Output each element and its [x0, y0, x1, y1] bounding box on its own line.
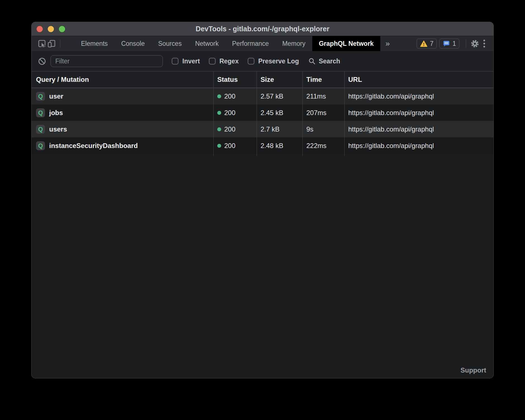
regex-checkbox[interactable]: [209, 58, 216, 65]
url-value: https://gitlab.com/api/graphql: [344, 92, 493, 100]
filter-input[interactable]: [51, 55, 163, 67]
warnings-badge-button[interactable]: 7: [417, 39, 437, 49]
issues-count: 1: [452, 40, 456, 47]
column-divider: [302, 71, 303, 156]
query-name: user: [49, 92, 63, 100]
url-value: https://gitlab.com/api/graphql: [344, 125, 493, 133]
message-bubble-icon: [443, 40, 450, 47]
query-type-badge: Q: [36, 141, 45, 150]
tab-sources[interactable]: Sources: [151, 36, 188, 51]
search-icon: [308, 58, 316, 65]
column-divider: [344, 71, 345, 156]
column-header-size[interactable]: Size: [257, 76, 302, 83]
time-value: 222ms: [302, 142, 344, 150]
tab-elements[interactable]: Elements: [74, 36, 114, 51]
inspect-element-button[interactable]: [37, 39, 47, 48]
preserve-log-label: Preserve Log: [258, 58, 299, 65]
titlebar[interactable]: DevTools - gitlab.com/-/graphql-explorer: [32, 22, 493, 36]
support-link[interactable]: Support: [460, 366, 486, 374]
preserve-log-checkbox[interactable]: [248, 58, 254, 65]
more-options-button[interactable]: [479, 40, 489, 47]
invert-checkbox[interactable]: [172, 58, 178, 65]
tab-graphql-network[interactable]: GraphQL Network: [312, 36, 380, 51]
column-header-time[interactable]: Time: [302, 76, 344, 83]
invert-checkbox-group[interactable]: Invert: [172, 58, 200, 65]
inspect-cursor-icon: [38, 39, 46, 48]
status-ok-dot: [217, 127, 221, 131]
status-ok-dot: [217, 111, 221, 115]
panel-tabs: Elements Console Sources Network Perform…: [74, 36, 380, 51]
filter-toolbar: Invert Regex Preserve Log Search: [32, 51, 493, 71]
window-title: DevTools - gitlab.com/-/graphql-explorer: [32, 25, 493, 33]
toolbar-separator: [60, 39, 60, 48]
tab-performance[interactable]: Performance: [225, 36, 276, 51]
search-button[interactable]: Search: [308, 58, 340, 65]
regex-checkbox-group[interactable]: Regex: [209, 58, 239, 65]
table-header-row: Query / Mutation Status Size Time URL: [32, 71, 493, 88]
tab-network[interactable]: Network: [188, 36, 225, 51]
size-value: 2.45 kB: [257, 109, 302, 117]
devtools-window: DevTools - gitlab.com/-/graphql-explorer…: [31, 22, 494, 378]
size-value: 2.57 kB: [257, 92, 302, 100]
settings-button[interactable]: [470, 39, 479, 48]
column-header-status[interactable]: Status: [213, 76, 257, 83]
status-code: 200: [224, 109, 235, 117]
status-code: 200: [224, 142, 235, 150]
block-icon: [38, 57, 46, 65]
size-value: 2.48 kB: [257, 142, 302, 150]
table-row[interactable]: Q jobs 200 2.45 kB 207ms https://gitlab.…: [32, 104, 493, 121]
time-value: 211ms: [302, 92, 344, 100]
kebab-menu-icon: [483, 40, 485, 47]
query-type-badge: Q: [36, 125, 45, 134]
url-value: https://gitlab.com/api/graphql: [344, 109, 493, 117]
warning-triangle-icon: [420, 40, 428, 47]
status-ok-dot: [217, 94, 221, 98]
regex-label: Regex: [219, 58, 239, 65]
clear-button[interactable]: [37, 56, 47, 66]
search-label: Search: [319, 58, 340, 65]
column-header-url[interactable]: URL: [344, 76, 493, 83]
status-code: 200: [224, 125, 235, 133]
invert-label: Invert: [182, 58, 200, 65]
column-header-query-mutation[interactable]: Query / Mutation: [32, 76, 213, 83]
query-name: users: [49, 125, 67, 133]
query-name: jobs: [49, 109, 63, 117]
device-toolbar-icon: [47, 39, 56, 48]
warning-count: 7: [430, 40, 433, 47]
tab-memory[interactable]: Memory: [276, 36, 312, 51]
more-tabs-button[interactable]: »: [380, 39, 395, 48]
status-code: 200: [224, 92, 235, 100]
query-type-badge: Q: [36, 92, 45, 101]
status-ok-dot: [217, 144, 221, 148]
issues-badge-button[interactable]: 1: [439, 39, 459, 49]
column-divider: [257, 71, 257, 156]
query-name: instanceSecurityDashboard: [49, 142, 138, 150]
column-divider: [213, 71, 214, 156]
tab-console[interactable]: Console: [114, 36, 151, 51]
time-value: 207ms: [302, 109, 344, 117]
devtools-toolbar: Elements Console Sources Network Perform…: [32, 36, 493, 51]
table-row[interactable]: Q user 200 2.57 kB 211ms https://gitlab.…: [32, 88, 493, 104]
table-row[interactable]: Q users 200 2.7 kB 9s https://gitlab.com…: [32, 121, 493, 137]
table-row[interactable]: Q instanceSecurityDashboard 200 2.48 kB …: [32, 137, 493, 154]
query-type-badge: Q: [36, 108, 45, 117]
toolbar-separator: [466, 39, 466, 48]
gear-icon: [471, 39, 479, 48]
chevron-double-right-icon: »: [385, 39, 390, 48]
url-value: https://gitlab.com/api/graphql: [344, 142, 493, 150]
requests-table: Query / Mutation Status Size Time URL Q …: [32, 71, 493, 154]
time-value: 9s: [302, 125, 344, 133]
toggle-device-toolbar-button[interactable]: [47, 39, 56, 48]
size-value: 2.7 kB: [257, 125, 302, 133]
preserve-log-checkbox-group[interactable]: Preserve Log: [248, 58, 299, 65]
